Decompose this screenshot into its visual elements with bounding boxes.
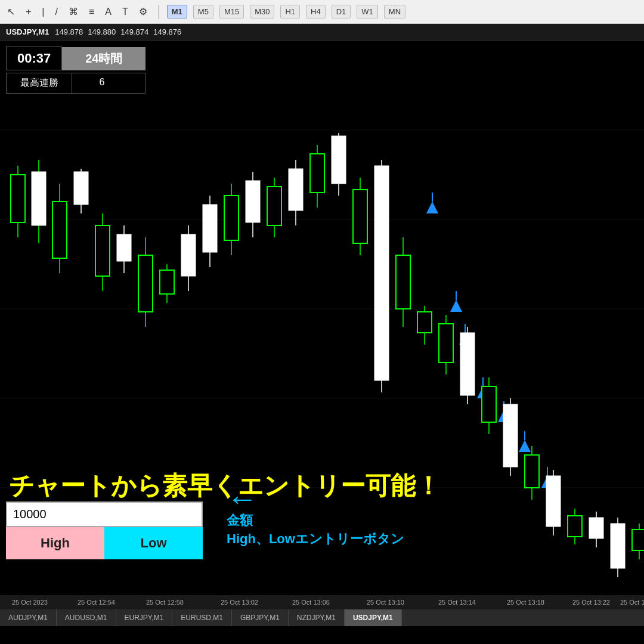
svg-rect-9 <box>32 172 46 225</box>
price-open: 149.878 <box>55 27 83 36</box>
tool-text[interactable]: A <box>103 5 114 18</box>
svg-rect-45 <box>396 255 410 309</box>
tool-settings[interactable]: ⚙ <box>137 5 150 18</box>
svg-rect-7 <box>11 175 25 222</box>
svg-rect-79 <box>632 530 644 550</box>
svg-rect-41 <box>374 166 389 380</box>
price-close: 149.876 <box>153 27 181 36</box>
svg-rect-77 <box>611 524 625 568</box>
symbol-tab[interactable]: GBPJPY,M1 <box>232 609 289 626</box>
tool-label[interactable]: T <box>120 5 131 18</box>
svg-rect-35 <box>310 154 324 193</box>
tool-measure[interactable]: ⌘ <box>66 5 80 18</box>
toolbar-sep <box>158 5 159 19</box>
low-button[interactable]: Low <box>104 527 203 559</box>
tool-arrow[interactable]: ↖ <box>5 5 17 18</box>
period-label: 24時間 <box>62 47 145 70</box>
countdown-timer: 00:37 <box>6 47 62 70</box>
left-arrow-icon: ← <box>227 483 258 514</box>
tool-grid[interactable]: ≡ <box>86 5 97 18</box>
amount-input[interactable] <box>6 501 203 527</box>
tool-crosshair[interactable]: + <box>23 5 33 18</box>
time-label: 25 Oct 13:22 <box>572 599 610 606</box>
svg-rect-21 <box>160 270 174 294</box>
timeframe-h4[interactable]: H4 <box>306 5 326 18</box>
svg-rect-55 <box>460 333 475 395</box>
annotation-arrow-label: ← 金額 High、Lowエントリーボタン <box>227 483 404 549</box>
svg-rect-63 <box>503 404 518 467</box>
time-label: 25 Oct 13:14 <box>438 599 476 606</box>
price-low: 149.874 <box>120 27 148 36</box>
annotation-line2: High、Lowエントリーボタン <box>227 530 404 549</box>
svg-rect-67 <box>525 455 539 488</box>
toolbar: ↖ + | / ⌘ ≡ A T ⚙ M1 M5 M15 M30 H1 H4 D1… <box>0 0 644 24</box>
svg-rect-33 <box>289 169 303 210</box>
price-high: 149.880 <box>88 27 116 36</box>
symbol-tabs: AUDJPY,M1AUDUSD,M1EURJPY,M1EURUSD,M1GBPJ… <box>0 609 644 626</box>
time-label: 25 Oct 13:02 <box>221 599 258 606</box>
symbol-tab[interactable]: EURJPY,M1 <box>116 609 173 626</box>
svg-rect-37 <box>332 136 346 184</box>
svg-rect-75 <box>589 518 603 538</box>
timeframe-m1[interactable]: M1 <box>167 5 187 18</box>
svg-rect-25 <box>203 205 217 252</box>
timeframe-m15[interactable]: M15 <box>219 5 244 18</box>
time-label: 25 Oct 2023 <box>12 599 48 606</box>
svg-rect-11 <box>52 202 67 258</box>
tool-trendline[interactable]: / <box>53 5 60 18</box>
chart-header: USDJPY,M1 149.878 149.880 149.874 149.87… <box>0 24 644 41</box>
svg-rect-13 <box>74 172 88 205</box>
timeframe-h1[interactable]: H1 <box>280 5 300 18</box>
svg-rect-27 <box>224 196 239 240</box>
svg-rect-15 <box>95 225 110 276</box>
svg-rect-49 <box>439 324 453 363</box>
timer-row: 00:37 24時間 <box>6 47 145 70</box>
svg-rect-23 <box>181 234 196 276</box>
entry-buttons: High Low <box>6 527 203 559</box>
svg-rect-29 <box>246 181 260 222</box>
svg-rect-17 <box>117 234 131 261</box>
annotation-line1: 金額 <box>227 512 253 530</box>
symbol-tab[interactable]: USDJPY,M1 <box>345 609 402 626</box>
streak-value: 6 <box>72 73 132 93</box>
time-label: 25 Oct 13:18 <box>507 599 544 606</box>
svg-rect-71 <box>546 476 561 527</box>
time-label: 25 Oct 13:26 <box>620 599 644 606</box>
high-button[interactable]: High <box>6 527 104 559</box>
svg-rect-73 <box>568 516 582 537</box>
timeframe-w1[interactable]: W1 <box>357 5 378 18</box>
entry-panel: High Low <box>6 501 203 559</box>
timeframe-d1[interactable]: D1 <box>332 5 351 18</box>
symbol-tab[interactable]: AUDJPY,M1 <box>0 609 57 626</box>
symbol-tab[interactable]: AUDUSD,M1 <box>57 609 116 626</box>
info-panel: 00:37 24時間 最高連勝 6 <box>6 47 145 94</box>
svg-rect-39 <box>353 190 367 243</box>
time-label: 25 Oct 13:10 <box>367 599 404 606</box>
streak-row: 最高連勝 6 <box>6 73 145 94</box>
symbol-tab[interactable]: NZDJPY,M1 <box>289 609 345 626</box>
svg-rect-47 <box>417 312 432 333</box>
timeframe-m5[interactable]: M5 <box>193 5 213 18</box>
time-axis: 25 Oct 202325 Oct 12:5425 Oct 12:5825 Oc… <box>0 595 644 609</box>
time-label: 25 Oct 12:54 <box>78 599 115 606</box>
svg-rect-19 <box>138 255 153 312</box>
svg-rect-31 <box>267 187 281 225</box>
tool-vline[interactable]: | <box>39 5 47 18</box>
symbol-tab[interactable]: EURUSD,M1 <box>172 609 232 626</box>
timeframe-m30[interactable]: M30 <box>250 5 274 18</box>
streak-label: 最高連勝 <box>7 73 72 93</box>
chart-symbol: USDJPY,M1 <box>6 27 49 36</box>
chart-area: 00:37 24時間 最高連勝 6 チャートから素早くエントリー可能！ High… <box>0 41 644 595</box>
svg-rect-59 <box>482 386 496 422</box>
timeframe-mn[interactable]: MN <box>384 5 405 18</box>
time-label: 25 Oct 13:06 <box>292 599 330 606</box>
time-label: 25 Oct 12:58 <box>146 599 184 606</box>
